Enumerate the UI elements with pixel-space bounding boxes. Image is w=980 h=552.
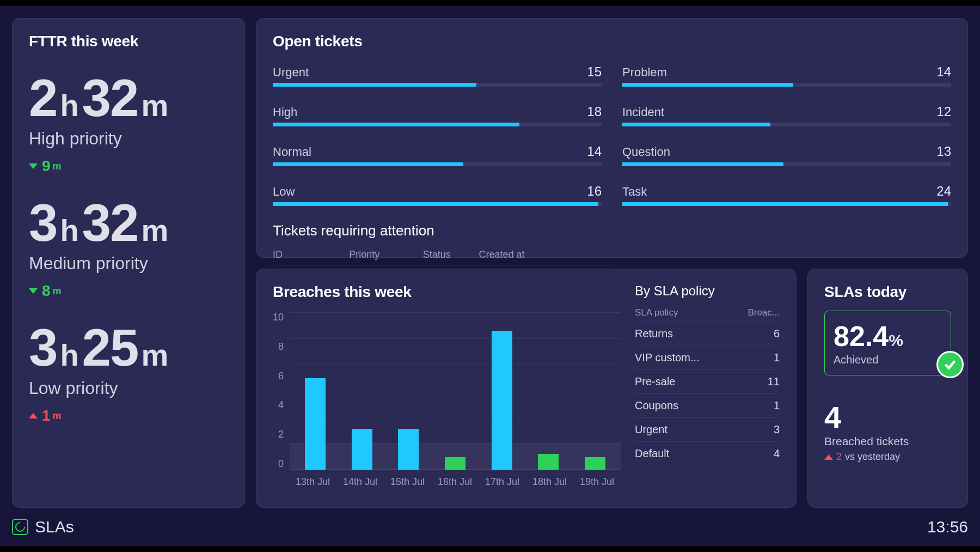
triangle-down-icon bbox=[29, 163, 38, 169]
policy-row: Coupons1 bbox=[635, 393, 780, 417]
open-tickets-title: Open tickets bbox=[273, 33, 951, 50]
bar-value: 15 bbox=[587, 64, 602, 80]
bar-value: 14 bbox=[587, 144, 602, 159]
policy-count: 4 bbox=[774, 447, 780, 460]
sla-today-title: SLAs today bbox=[824, 283, 951, 301]
by-policy-title: By SLA policy bbox=[635, 283, 780, 299]
by-policy-section: By SLA policy SLA policy Breac... Return… bbox=[635, 283, 780, 493]
bar-line: High 18 bbox=[273, 104, 602, 126]
y-tick: 2 bbox=[278, 429, 284, 440]
bar-line: Normal 14 bbox=[273, 144, 602, 166]
bar-value: 18 bbox=[587, 104, 602, 119]
achieved-box: 82.4% Achieved bbox=[824, 311, 951, 375]
x-tick: 13th Jul bbox=[296, 476, 330, 488]
achieved-percent: % bbox=[889, 331, 903, 349]
triangle-up-icon bbox=[824, 454, 833, 460]
by-policy-th-name: SLA policy bbox=[635, 307, 678, 318]
bar-label: High bbox=[273, 105, 297, 119]
by-policy-th-count: Breac... bbox=[748, 307, 780, 318]
policy-row: Pre-sale11 bbox=[635, 369, 780, 393]
bar-label: Urgent bbox=[273, 65, 309, 80]
fttr-delta: 9m bbox=[29, 157, 228, 175]
bar-label: Normal bbox=[273, 145, 311, 159]
triangle-up-icon bbox=[29, 413, 38, 418]
fttr-item: 3 h 32 m Medium priority 8m bbox=[29, 197, 228, 300]
y-tick: 8 bbox=[278, 341, 284, 353]
fttr-mins: 25 bbox=[82, 322, 138, 374]
fttr-label: High priority bbox=[29, 129, 228, 149]
x-tick: 16th Jul bbox=[438, 476, 472, 488]
bar-line: Task 24 bbox=[622, 184, 951, 206]
achieved-label: Achieved bbox=[834, 354, 942, 366]
sla-today-panel: SLAs today 82.4% Achieved 4 Breached tic… bbox=[807, 269, 968, 508]
fttr-label: Low priority bbox=[29, 378, 228, 398]
bar-label: Task bbox=[622, 185, 647, 199]
bar-label: Question bbox=[622, 145, 670, 159]
chart-bar bbox=[492, 331, 512, 470]
chart-bar bbox=[538, 454, 559, 470]
fttr-mins: 32 bbox=[82, 197, 138, 249]
fttr-title: FTTR this week bbox=[29, 33, 228, 50]
bar-line: Incident 12 bbox=[622, 104, 951, 126]
policy-count: 1 bbox=[774, 399, 780, 412]
fttr-item: 3 h 25 m Low priority 1m bbox=[29, 322, 228, 424]
policy-name: Urgent bbox=[635, 423, 667, 436]
fttr-hours: 3 bbox=[29, 322, 57, 374]
breaches-title: Breaches this week bbox=[273, 283, 621, 301]
bar-value: 16 bbox=[587, 184, 602, 199]
policy-count: 3 bbox=[774, 423, 780, 436]
bar-label: Problem bbox=[622, 65, 667, 80]
bar-label: Low bbox=[273, 185, 295, 199]
bar-value: 14 bbox=[936, 64, 951, 80]
attention-th-id: ID bbox=[273, 245, 349, 265]
bar-label: Incident bbox=[622, 105, 664, 119]
bar-value: 24 bbox=[936, 184, 951, 199]
policy-name: Returns bbox=[635, 327, 673, 340]
attention-title: Tickets requiring attention bbox=[273, 222, 612, 239]
breached-count: 4 bbox=[824, 399, 951, 435]
chart-bar bbox=[305, 378, 326, 470]
x-tick: 17th Jul bbox=[485, 476, 519, 488]
fttr-panel: FTTR this week 2 h 32 m High priority 9m… bbox=[12, 18, 245, 508]
check-icon bbox=[936, 351, 964, 378]
chart-bar bbox=[585, 457, 605, 470]
attention-th-priority: Priority bbox=[349, 245, 422, 265]
policy-row: VIP custom...1 bbox=[635, 345, 780, 369]
policy-count: 11 bbox=[768, 375, 780, 388]
triangle-down-icon bbox=[29, 288, 38, 294]
fttr-hours: 2 bbox=[29, 72, 57, 124]
breached-label: Breached tickets bbox=[824, 435, 951, 448]
fttr-item: 2 h 32 m High priority 9m bbox=[29, 72, 228, 175]
policy-row: Default4 bbox=[635, 441, 780, 465]
chart-bar bbox=[352, 429, 372, 470]
vs-text: vs yesterday bbox=[845, 451, 900, 463]
bar-value: 13 bbox=[936, 144, 951, 159]
y-tick: 0 bbox=[278, 458, 284, 470]
bar-line: Urgent 15 bbox=[273, 64, 602, 87]
footer-title: SLAs bbox=[35, 518, 74, 536]
fttr-mins: 32 bbox=[82, 72, 138, 124]
bar-line: Low 16 bbox=[273, 184, 602, 206]
fttr-hours: 3 bbox=[29, 197, 57, 249]
policy-name: VIP custom... bbox=[635, 351, 700, 364]
open-tickets-panel: Open tickets Urgent 15 High 18 Normal 14… bbox=[256, 18, 968, 258]
attention-th-status: Status bbox=[423, 245, 479, 265]
y-tick: 6 bbox=[278, 371, 284, 382]
x-tick: 18th Jul bbox=[532, 476, 567, 488]
x-tick: 15th Jul bbox=[390, 476, 425, 488]
chart-bar bbox=[445, 457, 465, 470]
attention-th-created: Created at bbox=[479, 245, 612, 265]
policy-row: Urgent3 bbox=[635, 417, 780, 441]
policy-name: Coupons bbox=[635, 399, 678, 412]
policy-count: 1 bbox=[774, 351, 780, 364]
policy-count: 6 bbox=[774, 327, 780, 340]
y-tick: 4 bbox=[278, 399, 284, 411]
breaches-panel: Breaches this week 1086420 13th Jul14th … bbox=[256, 269, 797, 508]
footer: SLAs 13:56 bbox=[12, 508, 968, 546]
policy-row: Returns6 bbox=[635, 322, 780, 345]
logo-icon bbox=[12, 519, 28, 535]
policy-name: Default bbox=[635, 447, 669, 460]
fttr-delta: 1m bbox=[29, 407, 228, 424]
fttr-delta: 8m bbox=[29, 282, 228, 300]
breaches-chart bbox=[289, 312, 621, 470]
